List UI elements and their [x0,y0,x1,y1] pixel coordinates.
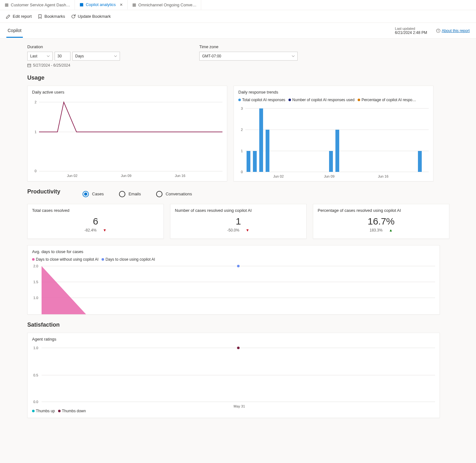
app-icon [132,3,136,7]
kpi-cases-copilot: Number of cases resolved using copilot A… [170,204,307,239]
svg-text:0.0: 0.0 [33,400,38,404]
daily-active-users-chart: 2 1 0 Jun 02 Jun 09 Jun 16 [32,98,222,179]
duration-unit-dropdown[interactable]: Days [72,52,120,61]
agent-ratings-card: Agent ratings 1.0 0.5 0.0 May 31 Thumbs … [27,333,440,418]
chevron-down-icon [47,55,50,58]
svg-rect-29 [329,151,333,172]
legend-b: Number of copilot AI responses used [292,98,354,102]
svg-text:0.5: 0.5 [33,373,38,377]
card-title: Daily response trends [238,90,429,95]
bookmarks-button[interactable]: Bookmarks [37,14,65,19]
usage-section: Usage Daily active users 2 1 0 Jun 02 Ju… [27,75,476,181]
productivity-radio-group: Cases Emails Conversations [83,191,192,197]
svg-text:Jun 09: Jun 09 [324,174,334,178]
app-icon [79,3,84,7]
edit-report-button[interactable]: Edit report [6,14,32,19]
chevron-down-icon [292,55,295,58]
tab-label: Copilot analytics [86,2,116,7]
svg-rect-1 [80,3,83,6]
svg-text:Jun 16: Jun 16 [378,174,388,178]
date-range-display: 5/27/2024 - 6/25/2024 [27,63,120,68]
kpi-title: Total cases resolved [32,208,159,213]
last-updated-value: 6/21/2024 2:48 PM [395,30,427,35]
card-title: Avg. days to close for cases [32,249,435,254]
tab-customer-service[interactable]: Customer Service Agent Dash… [0,0,75,10]
svg-text:2: 2 [241,128,243,132]
svg-text:Jun 02: Jun 02 [273,174,284,178]
chevron-down-icon [114,55,117,58]
kpi-delta: -82.4% [84,228,96,232]
tab-copilot-analytics[interactable]: Copilot analytics ✕ [75,0,128,10]
avg-days-card: Avg. days to close for cases Days to clo… [27,245,440,315]
trend-down-icon: ▼ [246,228,249,232]
kpi-delta: -50.0% [227,228,239,232]
report-toolbar: Edit report Bookmarks Update Bookmark [0,10,476,23]
daily-response-trends-card: Daily response trends Total copilot AI r… [234,86,433,181]
svg-text:1.0: 1.0 [33,346,38,350]
duration-mode-dropdown[interactable]: Last [27,52,53,61]
svg-point-41 [237,265,240,267]
pencil-icon [6,14,11,19]
legend-c: Percentage of copilot AI respo… [361,98,416,102]
svg-text:0: 0 [241,170,243,174]
svg-rect-0 [5,3,9,7]
kpi-title: Percentage of cases resolved using copil… [318,208,445,213]
svg-rect-30 [335,130,339,172]
svg-text:Jun 16: Jun 16 [175,174,185,178]
card-title: Agent ratings [32,337,435,342]
radio-emails[interactable]: Emails [119,191,141,197]
timezone-dropdown[interactable]: GMT-07:00 [199,52,298,61]
legend-down: Thumbs down [62,409,86,413]
date-range-text: 5/27/2024 - 6/25/2024 [33,63,70,68]
dropdown-value: GMT-07:00 [202,54,221,58]
avg-legend: Days to close without using copilot AI D… [32,257,435,262]
last-updated: Last updated 6/21/2024 2:48 PM [395,27,427,35]
link-label: About this report [442,29,470,33]
satisfaction-section: Satisfaction Agent ratings 1.0 0.5 0.0 M… [27,322,476,418]
daily-response-trends-chart: 3 2 1 0 Jun 02 Jun 09 [238,104,429,179]
calendar-icon [27,63,31,67]
section-title: Usage [27,75,476,81]
timezone-filter: Time zone GMT-07:00 [199,44,298,68]
legend-b: Days to close using copilot AI [105,257,155,262]
svg-text:0: 0 [35,169,36,173]
about-report-link[interactable]: About this report [436,29,470,33]
svg-text:3: 3 [241,107,243,110]
page-tab-copilot[interactable]: Copilot [6,23,23,38]
svg-text:1.5: 1.5 [33,280,38,284]
svg-text:1: 1 [35,130,36,134]
kpi-title: Number of cases resolved using copilot A… [175,208,302,213]
info-icon [436,29,440,33]
input-value: 30 [57,54,62,58]
svg-point-5 [438,29,439,30]
btn-label: Bookmarks [44,14,65,19]
page-header: Copilot Last updated 6/21/2024 2:48 PM A… [0,23,476,39]
btn-label: Edit report [13,14,32,19]
dropdown-value: Last [30,54,37,58]
trend-down-icon: ▼ [103,228,107,232]
workspace-tabs: Customer Service Agent Dash… Copilot ana… [0,0,476,10]
update-bookmark-button[interactable]: Update Bookmark [71,14,111,19]
radio-cases[interactable]: Cases [83,191,104,197]
app-icon [4,3,9,7]
duration-filter: Duration Last 30 Days 5/27/2024 - 6/25/2… [27,44,120,68]
kpi-total-cases: Total cases resolved 6 -82.4%▼ [27,204,164,239]
close-icon[interactable]: ✕ [120,3,123,7]
last-updated-label: Last updated [395,27,427,30]
daily-active-users-card: Daily active users 2 1 0 Jun 02 Jun 09 J… [27,86,227,181]
tab-omnichannel[interactable]: Omnichannel Ongoing Conve… [128,0,202,10]
kpi-value: 16.7% [318,216,445,227]
kpi-delta: 183.3% [370,228,383,232]
section-title: Productivity [27,188,60,195]
card-title: Daily active users [32,90,222,95]
kpi-value: 1 [175,216,302,227]
kpi-percent-copilot: Percentage of cases resolved using copil… [313,204,449,239]
tab-label: Omnichannel Ongoing Conve… [138,3,197,7]
productivity-section: Productivity Cases Emails Conversations … [27,188,476,315]
btn-label: Update Bookmark [78,14,111,19]
radio-conversations[interactable]: Conversations [156,191,192,197]
dropdown-value: Days [75,54,84,58]
duration-number-input[interactable]: 30 [55,52,70,61]
svg-rect-31 [418,151,422,172]
tab-label: Customer Service Agent Dash… [11,3,70,7]
